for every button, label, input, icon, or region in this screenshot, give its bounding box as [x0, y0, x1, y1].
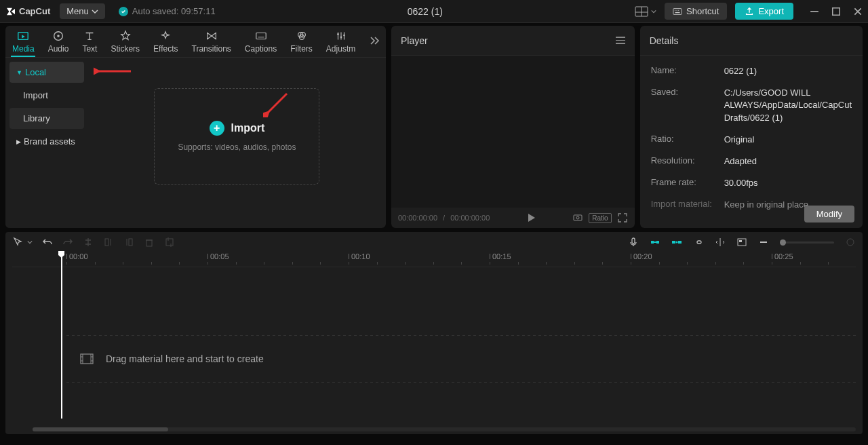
- media-panel: Media Audio Text Stickers Effects Transi…: [5, 26, 386, 228]
- cursor-icon[interactable]: [12, 237, 23, 248]
- svg-rect-32: [632, 238, 635, 244]
- tab-effects[interactable]: Effects: [146, 26, 184, 57]
- svg-point-5: [677, 9, 677, 10]
- close-icon[interactable]: [853, 7, 863, 16]
- maximize-icon[interactable]: [831, 7, 841, 16]
- import-label: Import: [231, 122, 265, 134]
- frame-icon[interactable]: [572, 212, 583, 223]
- sidebar-item-local[interactable]: ▼ Local: [9, 62, 84, 83]
- sidebar-item-import[interactable]: Import: [9, 85, 84, 106]
- autosave-status: Auto saved: 09:57:11: [119, 6, 216, 16]
- svg-rect-3: [673, 8, 682, 14]
- tab-media[interactable]: Media: [5, 26, 41, 57]
- captions-icon: [255, 30, 267, 42]
- mic-icon[interactable]: [628, 237, 639, 248]
- svg-rect-7: [675, 12, 680, 12]
- zoom-slider[interactable]: [780, 241, 834, 244]
- link-track-icon[interactable]: [671, 237, 682, 248]
- svg-point-20: [343, 34, 345, 36]
- svg-point-38: [676, 241, 678, 244]
- undo-icon[interactable]: [42, 237, 53, 248]
- caret-down-icon: ▼: [16, 69, 22, 76]
- timeline-ruler[interactable]: 00:00 00:05 00:10 00:15 00:20 00:25: [12, 252, 856, 267]
- drag-hint: Drag material here and start to create: [106, 353, 264, 364]
- tab-text[interactable]: Text: [75, 26, 104, 57]
- preview-axis-icon[interactable]: [715, 237, 726, 248]
- keyboard-icon: [673, 7, 682, 16]
- track-dropzone[interactable]: Drag material here and start to create: [66, 335, 856, 383]
- svg-point-18: [337, 33, 339, 35]
- split-icon: [83, 237, 94, 248]
- svg-point-6: [678, 9, 679, 10]
- text-icon: [83, 30, 96, 42]
- time-current: 00:00:00:00: [398, 214, 437, 222]
- timeline-scrollbar[interactable]: [33, 427, 856, 431]
- svg-rect-13: [256, 33, 265, 39]
- svg-rect-23: [574, 215, 582, 220]
- svg-point-4: [675, 9, 675, 10]
- transitions-icon: [205, 30, 218, 42]
- app-logo: CapCut: [5, 6, 50, 17]
- plus-icon: +: [210, 121, 224, 136]
- modify-button[interactable]: Modify: [804, 206, 854, 222]
- export-button[interactable]: Export: [735, 3, 793, 20]
- play-icon[interactable]: [526, 212, 536, 223]
- import-subtitle: Supports: videos, audios, photos: [178, 142, 296, 152]
- player-menu-icon[interactable]: [616, 37, 625, 44]
- film-icon: [80, 353, 94, 364]
- detail-row-name: Name: 0622 (1): [651, 65, 852, 77]
- logo-text: CapCut: [19, 6, 50, 16]
- time-total: 00:00:00:00: [450, 214, 490, 222]
- details-body: Name: 0622 (1) Saved: C:/Users/GOOD WILL…: [640, 56, 863, 228]
- sidebar-item-brand-assets[interactable]: ▶ Brand assets: [9, 131, 84, 152]
- annotation-arrow-1: [94, 64, 134, 78]
- player-title: Player: [401, 35, 428, 46]
- more-tabs-button[interactable]: [362, 36, 386, 47]
- import-dropzone[interactable]: + Import Supports: videos, audios, photo…: [154, 88, 319, 185]
- media-sidebar: ▼ Local Import Library ▶ Brand assets: [5, 58, 88, 228]
- magnet-icon[interactable]: [650, 237, 660, 248]
- tab-adjustment[interactable]: Adjustm: [319, 26, 362, 57]
- menu-button[interactable]: Menu: [60, 3, 105, 19]
- titlebar: CapCut Menu Auto saved: 09:57:11 0622 (1…: [0, 0, 868, 23]
- fullscreen-icon[interactable]: [617, 212, 628, 223]
- zoom-in-icon[interactable]: [845, 237, 856, 248]
- redo-icon: [62, 237, 73, 248]
- svg-rect-34: [656, 241, 659, 244]
- svg-point-19: [340, 36, 342, 38]
- caret-right-icon: ▶: [16, 138, 21, 145]
- tab-transitions[interactable]: Transitions: [185, 26, 238, 57]
- svg-rect-25: [105, 239, 108, 246]
- detail-row-framerate: Frame rate: 30.00fps: [651, 177, 852, 189]
- sidebar-item-library[interactable]: Library: [9, 108, 84, 129]
- layout-icon[interactable]: [635, 6, 648, 17]
- playhead[interactable]: [61, 252, 62, 419]
- cover-icon[interactable]: [736, 237, 747, 248]
- ratio-button[interactable]: Ratio: [589, 213, 611, 223]
- svg-rect-27: [129, 239, 132, 246]
- export-icon: [745, 7, 754, 16]
- chevron-right-double-icon: [369, 36, 380, 45]
- detail-row-saved: Saved: C:/Users/GOOD WILL ALWAYS/AppData…: [651, 87, 852, 124]
- tab-captions[interactable]: Captions: [238, 26, 283, 57]
- trim-right-icon: [123, 237, 134, 248]
- tab-filters[interactable]: Filters: [283, 26, 319, 57]
- timeline-toolbar: [5, 232, 863, 252]
- minimize-icon[interactable]: [810, 7, 819, 16]
- chevron-down-icon: [92, 8, 98, 15]
- player-controls: 00:00:00:00 / 00:00:00:00 Ratio: [391, 208, 635, 228]
- chain-icon[interactable]: [693, 237, 704, 248]
- media-icon: [17, 30, 29, 42]
- tab-stickers[interactable]: Stickers: [104, 26, 146, 57]
- svg-rect-9: [833, 7, 840, 15]
- chevron-down-icon[interactable]: [27, 239, 33, 245]
- shortcut-button[interactable]: Shortcut: [665, 3, 727, 20]
- svg-point-12: [57, 35, 60, 37]
- trim-left-icon: [103, 237, 114, 248]
- chevron-down-icon[interactable]: [651, 9, 656, 14]
- tab-audio[interactable]: Audio: [41, 26, 76, 57]
- audio-icon: [52, 30, 64, 42]
- zoom-out-icon[interactable]: [758, 237, 769, 248]
- svg-point-43: [847, 239, 854, 246]
- adjustment-icon: [335, 30, 347, 42]
